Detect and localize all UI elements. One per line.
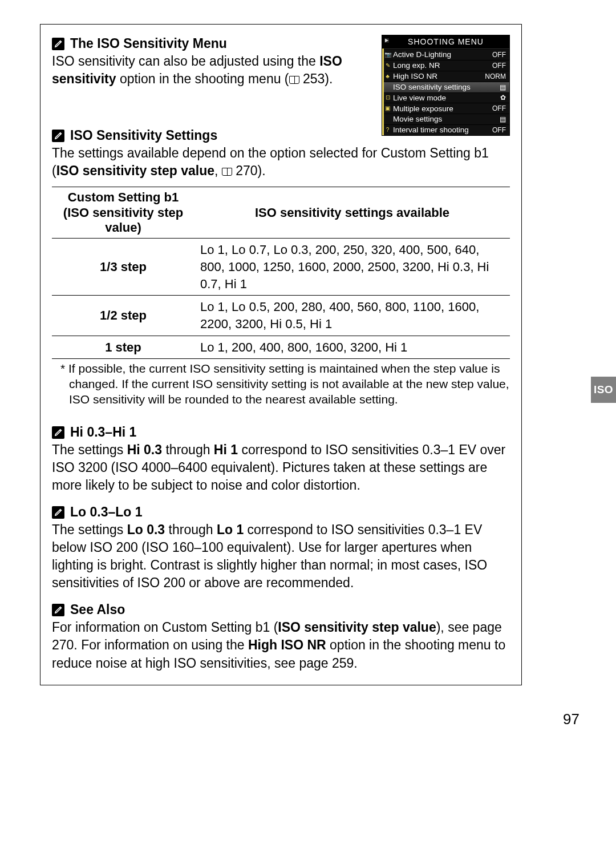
lcd-row-icon: ⊡ bbox=[383, 95, 392, 100]
section-see-also: See Also For information on Custom Setti… bbox=[52, 602, 510, 672]
content-frame: ▶ SHOOTING MENU 📷 Active D-Lighting OFF … bbox=[40, 24, 522, 685]
section-body: The settings Lo 0.3 through Lo 1 corresp… bbox=[52, 521, 510, 592]
section-title: See Also bbox=[70, 602, 125, 617]
page-number: 97 bbox=[563, 710, 579, 728]
lcd-row-icon: ✎ bbox=[383, 63, 392, 68]
lcd-row-icon: ? bbox=[383, 127, 392, 133]
lcd-row-value: ✿ bbox=[500, 94, 506, 101]
pencil-icon bbox=[52, 506, 64, 519]
lcd-row-value: OFF bbox=[492, 51, 506, 58]
lcd-row: Movie settings ▤ bbox=[382, 114, 509, 124]
lcd-title: ▶ SHOOTING MENU bbox=[382, 35, 509, 49]
lcd-row: ▣ Multiple exposure OFF bbox=[382, 103, 509, 114]
lcd-row: ? Interval timer shooting OFF bbox=[382, 124, 509, 135]
table-footnote: * If possible, the current ISO sensitivi… bbox=[52, 361, 510, 407]
section-title: Lo 0.3–Lo 1 bbox=[70, 504, 143, 520]
table-row: 1 step Lo 1, 200, 400, 800, 1600, 3200, … bbox=[52, 336, 510, 359]
section-iso-settings: ISO Sensitivity Settings The settings av… bbox=[52, 128, 510, 407]
table-row-values: Lo 1, 200, 400, 800, 1600, 3200, Hi 1 bbox=[194, 336, 510, 359]
table-row-values: Lo 1, Lo 0.7, Lo 0.3, 200, 250, 320, 400… bbox=[194, 239, 510, 296]
section-title: ISO Sensitivity Settings bbox=[70, 128, 217, 143]
lcd-row-value: OFF bbox=[492, 127, 506, 134]
lcd-row-label: Live view mode bbox=[393, 94, 500, 102]
lcd-row: ♣ High ISO NR NORM bbox=[382, 71, 509, 82]
lcd-row-value: ▤ bbox=[500, 116, 506, 123]
lcd-row-label: Long exp. NR bbox=[393, 62, 492, 70]
pencil-icon bbox=[52, 604, 64, 616]
lcd-accent-bar bbox=[382, 49, 384, 135]
lcd-row: ✎ Long exp. NR OFF bbox=[382, 60, 509, 71]
table-row-values: Lo 1, Lo 0.5, 200, 280, 400, 560, 800, 1… bbox=[194, 296, 510, 336]
side-tab-iso: ISO bbox=[591, 377, 616, 403]
iso-step-table: Custom Setting b1 (ISO sensitivity step … bbox=[52, 187, 510, 359]
section-lo: Lo 0.3–Lo 1 The settings Lo 0.3 through … bbox=[52, 504, 510, 592]
lcd-row: 📷 Active D-Lighting OFF bbox=[382, 49, 509, 60]
lcd-title-text: SHOOTING MENU bbox=[408, 37, 484, 46]
table-row-label: 1 step bbox=[52, 336, 194, 359]
lcd-row-icon: 📷 bbox=[383, 52, 392, 58]
shooting-menu-screenshot: ▶ SHOOTING MENU 📷 Active D-Lighting OFF … bbox=[382, 35, 510, 136]
pencil-icon bbox=[52, 130, 64, 142]
section-title: The ISO Sensitivity Menu bbox=[70, 36, 227, 51]
lcd-row-label: ISO sensitivity settings bbox=[393, 83, 500, 91]
section-body: For information on Custom Setting b1 (IS… bbox=[52, 619, 510, 672]
lcd-row-label: Multiple exposure bbox=[393, 105, 492, 113]
lcd-row-selected: ISO sensitivity settings ▤ bbox=[382, 82, 509, 92]
table-row: 1/2 step Lo 1, Lo 0.5, 200, 280, 400, 56… bbox=[52, 296, 510, 336]
section-title: Hi 0.3–Hi 1 bbox=[70, 425, 136, 440]
table-header-left: Custom Setting b1 (ISO sensitivity step … bbox=[52, 187, 194, 239]
table-row-label: 1/3 step bbox=[52, 239, 194, 296]
table-header-right: ISO sensitivity settings available bbox=[194, 187, 510, 239]
lcd-row-value: OFF bbox=[492, 62, 506, 69]
pencil-icon bbox=[52, 426, 64, 439]
section-body: The settings Hi 0.3 through Hi 1 corresp… bbox=[52, 441, 510, 494]
lcd-row-label: High ISO NR bbox=[393, 72, 485, 80]
lcd-row-value: ▤ bbox=[500, 84, 506, 91]
lcd-row-label: Interval timer shooting bbox=[393, 126, 492, 134]
lcd-row-value: OFF bbox=[492, 105, 506, 112]
lcd-row-label: Active D-Lighting bbox=[393, 51, 492, 59]
book-icon bbox=[222, 168, 232, 176]
lcd-row-icon: ♣ bbox=[383, 74, 392, 79]
play-icon: ▶ bbox=[384, 38, 389, 43]
book-icon bbox=[289, 76, 299, 84]
lcd-row: ⊡ Live view mode ✿ bbox=[382, 92, 509, 103]
lcd-row-value: NORM bbox=[485, 73, 506, 80]
lcd-row-icon: ▣ bbox=[383, 106, 392, 111]
lcd-row-label: Movie settings bbox=[393, 115, 500, 123]
section-hi: Hi 0.3–Hi 1 The settings Hi 0.3 through … bbox=[52, 425, 510, 494]
table-row-label: 1/2 step bbox=[52, 296, 194, 336]
pencil-icon bbox=[52, 38, 64, 50]
section-body: The settings available depend on the opt… bbox=[52, 144, 510, 180]
table-row: 1/3 step Lo 1, Lo 0.7, Lo 0.3, 200, 250,… bbox=[52, 239, 510, 296]
section-body: ISO sensitivity can also be adjusted usi… bbox=[52, 53, 360, 88]
